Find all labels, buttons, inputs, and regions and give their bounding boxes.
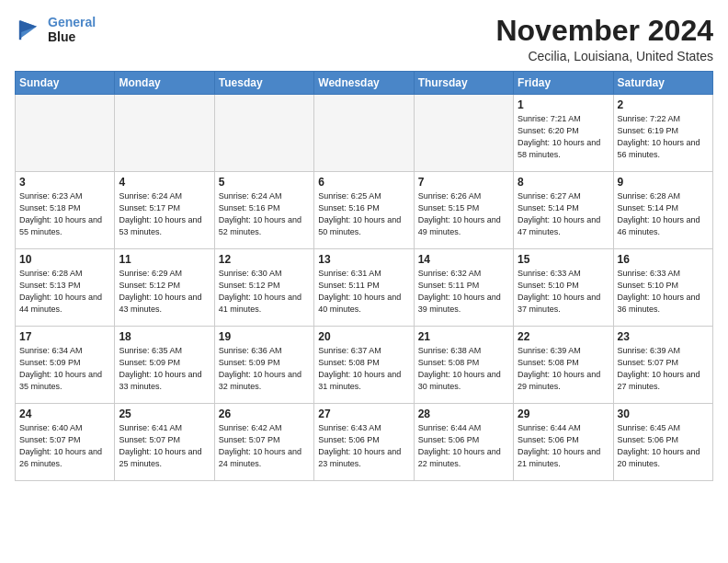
week-row-2: 10Sunrise: 6:28 AMSunset: 5:13 PMDayligh… [16, 249, 713, 327]
day-info: Sunrise: 6:43 AMSunset: 5:06 PMDaylight:… [318, 422, 409, 470]
calendar-cell: 14Sunrise: 6:32 AMSunset: 5:11 PMDayligh… [414, 249, 513, 327]
day-number: 6 [318, 176, 409, 189]
calendar-table: SundayMondayTuesdayWednesdayThursdayFrid… [15, 71, 713, 481]
day-info: Sunrise: 6:28 AMSunset: 5:13 PMDaylight:… [19, 268, 110, 316]
col-header-friday: Friday [514, 72, 613, 95]
calendar-cell: 10Sunrise: 6:28 AMSunset: 5:13 PMDayligh… [16, 249, 115, 327]
calendar-cell: 12Sunrise: 6:30 AMSunset: 5:12 PMDayligh… [214, 249, 313, 327]
day-number: 20 [318, 330, 409, 343]
day-info: Sunrise: 6:28 AMSunset: 5:14 PMDaylight:… [618, 190, 709, 238]
calendar-cell: 11Sunrise: 6:29 AMSunset: 5:12 PMDayligh… [115, 249, 214, 327]
calendar-cell: 7Sunrise: 6:26 AMSunset: 5:15 PMDaylight… [414, 172, 513, 249]
calendar-cell: 3Sunrise: 6:23 AMSunset: 5:18 PMDaylight… [16, 172, 115, 249]
logo-text: General Blue [48, 15, 96, 44]
calendar-cell: 20Sunrise: 6:37 AMSunset: 5:08 PMDayligh… [314, 327, 414, 404]
calendar-cell: 26Sunrise: 6:42 AMSunset: 5:07 PMDayligh… [214, 404, 313, 481]
day-info: Sunrise: 6:38 AMSunset: 5:08 PMDaylight:… [418, 345, 509, 393]
col-header-wednesday: Wednesday [314, 72, 414, 95]
col-header-tuesday: Tuesday [214, 72, 313, 95]
day-info: Sunrise: 7:21 AMSunset: 6:20 PMDaylight:… [518, 113, 609, 161]
svg-rect-2 [19, 20, 21, 40]
day-number: 2 [618, 98, 709, 111]
day-info: Sunrise: 6:33 AMSunset: 5:10 PMDaylight:… [618, 268, 709, 316]
calendar-cell [115, 95, 214, 172]
day-info: Sunrise: 6:24 AMSunset: 5:17 PMDaylight:… [119, 190, 210, 238]
week-row-3: 17Sunrise: 6:34 AMSunset: 5:09 PMDayligh… [16, 327, 713, 404]
day-info: Sunrise: 6:35 AMSunset: 5:09 PMDaylight:… [119, 345, 210, 393]
calendar-cell: 15Sunrise: 6:33 AMSunset: 5:10 PMDayligh… [514, 249, 613, 327]
day-number: 28 [418, 408, 509, 420]
day-info: Sunrise: 6:39 AMSunset: 5:08 PMDaylight:… [518, 345, 609, 393]
calendar-cell: 13Sunrise: 6:31 AMSunset: 5:11 PMDayligh… [314, 249, 414, 327]
day-number: 21 [418, 330, 509, 343]
calendar-cell: 18Sunrise: 6:35 AMSunset: 5:09 PMDayligh… [115, 327, 214, 404]
day-number: 4 [119, 176, 210, 189]
day-info: Sunrise: 6:23 AMSunset: 5:18 PMDaylight:… [19, 190, 110, 238]
day-info: Sunrise: 6:44 AMSunset: 5:06 PMDaylight:… [518, 422, 609, 470]
day-info: Sunrise: 6:39 AMSunset: 5:07 PMDaylight:… [618, 345, 709, 393]
calendar-cell: 23Sunrise: 6:39 AMSunset: 5:07 PMDayligh… [613, 327, 712, 404]
calendar-cell: 29Sunrise: 6:44 AMSunset: 5:06 PMDayligh… [514, 404, 613, 481]
header: General Blue November 2024 Cecilia, Loui… [15, 15, 713, 63]
day-info: Sunrise: 6:40 AMSunset: 5:07 PMDaylight:… [19, 422, 110, 470]
day-number: 24 [19, 408, 110, 420]
week-row-1: 3Sunrise: 6:23 AMSunset: 5:18 PMDaylight… [16, 172, 713, 249]
calendar-cell [314, 95, 414, 172]
col-header-monday: Monday [115, 72, 214, 95]
col-header-sunday: Sunday [16, 72, 115, 95]
calendar-cell: 25Sunrise: 6:41 AMSunset: 5:07 PMDayligh… [115, 404, 214, 481]
day-info: Sunrise: 6:24 AMSunset: 5:16 PMDaylight:… [219, 190, 310, 238]
day-info: Sunrise: 6:33 AMSunset: 5:10 PMDaylight:… [518, 268, 609, 316]
day-number: 26 [219, 408, 310, 420]
calendar-cell: 27Sunrise: 6:43 AMSunset: 5:06 PMDayligh… [314, 404, 414, 481]
day-number: 11 [119, 253, 210, 266]
day-number: 22 [518, 330, 609, 343]
day-number: 13 [318, 253, 409, 266]
calendar-cell [16, 95, 115, 172]
day-number: 14 [418, 253, 509, 266]
day-info: Sunrise: 6:34 AMSunset: 5:09 PMDaylight:… [19, 345, 110, 393]
calendar-header-row: SundayMondayTuesdayWednesdayThursdayFrid… [16, 72, 713, 95]
day-number: 23 [618, 330, 709, 343]
day-number: 19 [219, 330, 310, 343]
week-row-0: 1Sunrise: 7:21 AMSunset: 6:20 PMDaylight… [16, 95, 713, 172]
col-header-thursday: Thursday [414, 72, 513, 95]
day-info: Sunrise: 6:41 AMSunset: 5:07 PMDaylight:… [119, 422, 210, 470]
day-number: 8 [518, 176, 609, 189]
day-number: 1 [518, 98, 609, 111]
day-info: Sunrise: 6:26 AMSunset: 5:15 PMDaylight:… [418, 190, 509, 238]
day-info: Sunrise: 6:44 AMSunset: 5:06 PMDaylight:… [418, 422, 509, 470]
calendar-cell: 2Sunrise: 7:22 AMSunset: 6:19 PMDaylight… [613, 95, 712, 172]
calendar-cell: 22Sunrise: 6:39 AMSunset: 5:08 PMDayligh… [514, 327, 613, 404]
day-number: 12 [219, 253, 310, 266]
day-info: Sunrise: 7:22 AMSunset: 6:19 PMDaylight:… [618, 113, 709, 161]
day-number: 30 [618, 408, 709, 420]
calendar-cell: 8Sunrise: 6:27 AMSunset: 5:14 PMDaylight… [514, 172, 613, 249]
calendar-cell: 19Sunrise: 6:36 AMSunset: 5:09 PMDayligh… [214, 327, 313, 404]
calendar-cell: 28Sunrise: 6:44 AMSunset: 5:06 PMDayligh… [414, 404, 513, 481]
calendar-cell: 1Sunrise: 7:21 AMSunset: 6:20 PMDaylight… [514, 95, 613, 172]
day-number: 29 [518, 408, 609, 420]
day-number: 15 [518, 253, 609, 266]
calendar-cell [414, 95, 513, 172]
day-number: 18 [119, 330, 210, 343]
day-info: Sunrise: 6:31 AMSunset: 5:11 PMDaylight:… [318, 268, 409, 316]
location-subtitle: Cecilia, Louisiana, United States [495, 49, 713, 63]
calendar-cell: 4Sunrise: 6:24 AMSunset: 5:17 PMDaylight… [115, 172, 214, 249]
month-title: November 2024 [495, 15, 713, 47]
calendar-cell: 21Sunrise: 6:38 AMSunset: 5:08 PMDayligh… [414, 327, 513, 404]
calendar-cell: 24Sunrise: 6:40 AMSunset: 5:07 PMDayligh… [16, 404, 115, 481]
day-info: Sunrise: 6:30 AMSunset: 5:12 PMDaylight:… [219, 268, 310, 316]
day-number: 16 [618, 253, 709, 266]
day-info: Sunrise: 6:42 AMSunset: 5:07 PMDaylight:… [219, 422, 310, 470]
day-number: 9 [618, 176, 709, 189]
day-number: 10 [19, 253, 110, 266]
calendar-cell: 16Sunrise: 6:33 AMSunset: 5:10 PMDayligh… [613, 249, 712, 327]
day-info: Sunrise: 6:27 AMSunset: 5:14 PMDaylight:… [518, 190, 609, 238]
page-container: General Blue November 2024 Cecilia, Loui… [0, 0, 728, 488]
calendar-cell: 17Sunrise: 6:34 AMSunset: 5:09 PMDayligh… [16, 327, 115, 404]
logo: General Blue [15, 15, 96, 44]
day-info: Sunrise: 6:36 AMSunset: 5:09 PMDaylight:… [219, 345, 310, 393]
day-number: 25 [119, 408, 210, 420]
logo-icon [15, 15, 44, 44]
